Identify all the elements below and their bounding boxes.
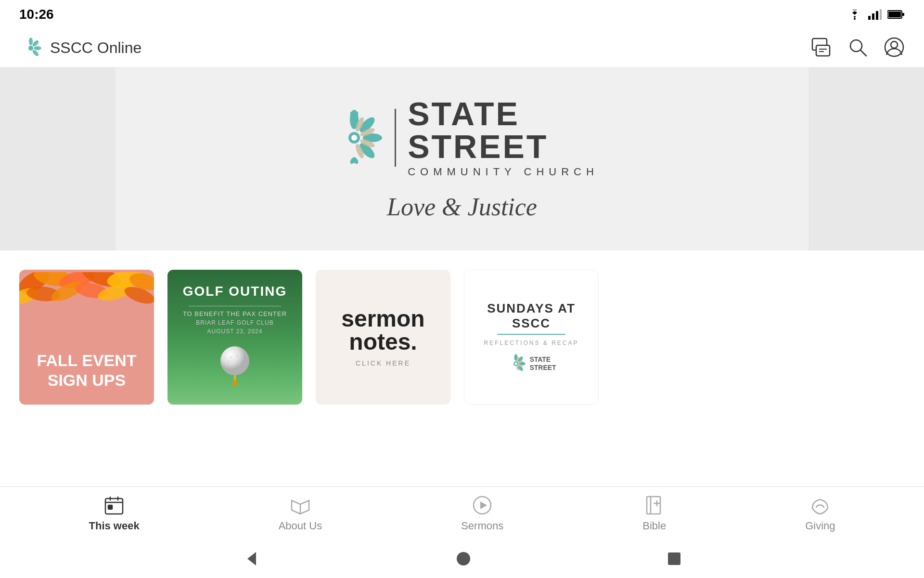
sundays-logo-line1: STATE xyxy=(529,355,556,364)
about-us-icon xyxy=(290,495,311,516)
svg-point-52 xyxy=(229,360,230,362)
status-time: 10:26 xyxy=(19,7,54,22)
bible-icon xyxy=(644,495,665,516)
search-icon[interactable] xyxy=(847,37,868,60)
svg-rect-14 xyxy=(816,45,830,56)
giving-label: Giving xyxy=(805,520,835,532)
svg-point-12 xyxy=(28,46,33,51)
logo-street: STREET xyxy=(408,130,599,163)
sundays-underline xyxy=(497,334,566,335)
svg-point-19 xyxy=(885,38,903,56)
nav-bible[interactable]: Bible xyxy=(633,490,676,537)
sermon-main-text: sermon notes. xyxy=(341,307,424,354)
golf-date: AUGUST 23, 2024 xyxy=(207,328,263,335)
cards-section: FALL EVENT SIGN UPS GOLF OUTING TO BENEF… xyxy=(0,250,924,405)
this-week-label: This week xyxy=(89,520,140,532)
golf-venue: BRIAR LEAF GOLF CLUB xyxy=(196,319,273,326)
svg-marker-76 xyxy=(247,552,256,565)
svg-rect-78 xyxy=(668,552,680,565)
fall-event-card[interactable]: FALL EVENT SIGN UPS xyxy=(19,270,154,405)
svg-point-8 xyxy=(29,38,33,45)
sundays-emblem-icon xyxy=(506,354,526,373)
svg-point-20 xyxy=(891,41,898,48)
nav-about-us[interactable]: About Us xyxy=(269,490,332,537)
sundays-small-logo: STATE STREET xyxy=(506,354,556,373)
svg-rect-7 xyxy=(902,13,904,16)
sundays-logo-line2: STREET xyxy=(529,364,556,372)
this-week-icon xyxy=(103,495,125,516)
bible-label: Bible xyxy=(642,520,666,532)
golf-outing-card[interactable]: GOLF OUTING TO BENEFIT THE PAX CENTER BR… xyxy=(167,270,302,405)
sundays-title: SUNDAYS AT SSCC xyxy=(474,301,589,331)
sundays-sscc-card[interactable]: SUNDAYS AT SSCC REFLECTIONS & RECAP xyxy=(464,270,599,405)
app-logo-icon xyxy=(19,37,42,60)
golf-subtitle: TO BENEFIT THE PAX CENTER xyxy=(183,310,287,317)
app-bar: SSCC Online xyxy=(0,29,924,67)
nav-giving[interactable]: Giving xyxy=(796,490,845,537)
svg-point-45 xyxy=(220,346,249,375)
recents-button[interactable] xyxy=(667,552,681,566)
about-us-label: About Us xyxy=(279,520,322,532)
svg-point-11 xyxy=(31,49,39,57)
sundays-subtitle: REFLECTIONS & RECAP xyxy=(484,340,578,346)
hero-side-left xyxy=(0,67,116,250)
hero-content: STATE STREET COMMUNITY CHURCH Love & Jus… xyxy=(325,97,599,221)
sermons-icon xyxy=(472,495,493,516)
signal-icon xyxy=(868,9,882,20)
fall-event-text: FALL EVENT SIGN UPS xyxy=(37,351,136,390)
home-button[interactable] xyxy=(456,551,471,566)
giving-icon xyxy=(809,495,831,516)
sundays-logo-text: STATE STREET xyxy=(529,355,556,372)
hero-logo: STATE STREET COMMUNITY CHURCH xyxy=(325,97,599,178)
svg-marker-71 xyxy=(480,501,487,509)
chat-icon[interactable] xyxy=(810,37,832,60)
fall-leaves-decoration xyxy=(19,270,154,328)
svg-point-50 xyxy=(232,365,234,367)
svg-point-51 xyxy=(227,362,229,364)
svg-rect-68 xyxy=(108,505,112,509)
svg-rect-6 xyxy=(888,12,901,17)
svg-point-0 xyxy=(854,18,856,20)
sermon-line2: notes. xyxy=(341,330,424,354)
hero-side-right xyxy=(808,67,924,250)
svg-point-30 xyxy=(351,135,357,141)
svg-point-47 xyxy=(236,355,238,357)
svg-rect-2 xyxy=(872,13,874,20)
svg-rect-72 xyxy=(647,497,660,514)
golf-ball-icon xyxy=(211,342,259,391)
profile-icon[interactable] xyxy=(884,37,905,60)
svg-point-63 xyxy=(515,363,517,365)
system-nav-bar xyxy=(0,539,924,578)
back-button[interactable] xyxy=(243,550,260,567)
svg-rect-4 xyxy=(880,9,882,20)
fall-line2: SIGN UPS xyxy=(37,370,136,390)
logo-state: STATE xyxy=(408,97,599,130)
status-icons xyxy=(847,9,905,20)
battery-icon xyxy=(887,10,905,19)
sermon-cta: CLICK HERE xyxy=(356,359,411,367)
hero-tagline: Love & Justice xyxy=(387,193,537,221)
svg-point-53 xyxy=(235,360,237,362)
bottom-nav: This week About Us Sermons xyxy=(0,486,924,539)
leaves-svg xyxy=(19,272,154,325)
sermon-notes-card[interactable]: sermon notes. CLICK HERE xyxy=(316,270,450,405)
svg-rect-1 xyxy=(868,16,871,20)
logo-text-block: STATE STREET COMMUNITY CHURCH xyxy=(408,97,599,178)
nav-sermons[interactable]: Sermons xyxy=(451,490,513,537)
app-bar-left: SSCC Online xyxy=(19,37,141,60)
hero-emblem-icon xyxy=(325,109,383,167)
svg-point-48 xyxy=(240,359,242,361)
svg-point-10 xyxy=(34,46,41,50)
svg-point-77 xyxy=(457,552,470,565)
status-bar: 10:26 xyxy=(0,0,924,29)
svg-line-18 xyxy=(860,50,866,56)
fall-line1: FALL EVENT xyxy=(37,351,136,370)
svg-point-49 xyxy=(239,364,241,366)
logo-divider xyxy=(395,109,396,167)
golf-title: GOLF OUTING xyxy=(183,284,287,299)
nav-this-week[interactable]: This week xyxy=(79,490,149,537)
app-title: SSCC Online xyxy=(50,39,141,57)
svg-point-46 xyxy=(230,356,232,358)
logo-community: COMMUNITY CHURCH xyxy=(408,166,599,178)
wifi-icon xyxy=(847,9,862,20)
